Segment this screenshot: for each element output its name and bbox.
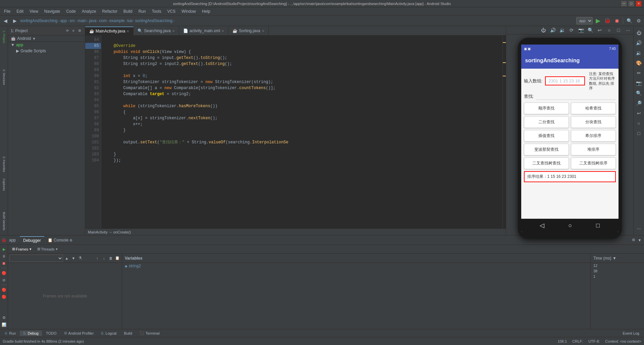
debug-tab-console[interactable]: 📋 Console ⚙ [44,236,76,244]
breadcrumb-app[interactable]: app [60,18,67,23]
breadcrumb-src[interactable]: src [69,18,75,23]
edge-volume-high-icon[interactable]: 🔊 [635,39,643,47]
app-combo[interactable]: app [576,17,593,24]
searching-close[interactable]: ✕ [172,29,175,33]
menu-window[interactable]: Window [179,8,199,14]
tab-searching[interactable]: 🔍 Searching.java ✕ [133,26,179,35]
bottom-tab-run[interactable]: 4: Run [1,331,19,336]
menu-analyze[interactable]: Analyze [79,8,99,14]
menu-run[interactable]: Run [136,8,149,14]
maximize-button[interactable]: □ [629,1,634,6]
gear-debug-icon[interactable]: ⚙ [1,315,7,321]
stop-button[interactable]: ⏹ [613,17,621,25]
menu-help[interactable]: Help [199,8,213,14]
emulator-more-icon[interactable]: ··· [624,26,632,34]
breadcrumb-example[interactable]: example [109,18,124,23]
emulator-screenshot-icon[interactable]: 📷 [577,26,585,34]
phone-back-button[interactable]: ◁ [540,222,544,229]
phone-btn-fibonacci[interactable]: 斐波那契查找 [524,144,569,155]
frames-restore-button[interactable]: ↑ [94,255,100,261]
frames-up-button[interactable]: ▲ [64,255,70,261]
edge-zoom-out-icon[interactable]: 🔎 [635,99,643,107]
run-button[interactable]: ▶ [594,17,602,25]
frames-restore2-button[interactable]: ↓ [101,255,107,261]
phone-btn-interpolation[interactable]: 插值查找 [524,130,569,142]
breadcrumb-java[interactable]: java [89,18,96,23]
edge-circle-icon[interactable]: ○ [635,119,643,127]
edge-volume-low-icon[interactable]: 🔉 [635,49,643,57]
phone-btn-sequential[interactable]: 顺序查找 [524,102,569,114]
edge-paint-icon[interactable]: 🎨 [635,59,643,67]
breadcrumb-kai[interactable]: kai [127,18,132,23]
bottom-tab-debug[interactable]: 5: Debug [20,331,42,336]
structure-icon[interactable]: 2: Structure [1,68,7,86]
breadcrumb-package[interactable]: sortingAndSearching [135,18,172,23]
emulator-home-icon[interactable]: ○ [605,26,613,34]
tab-mainactivity[interactable]: ☕ MainActivity.java ✕ [85,26,133,35]
phone-btn-binary[interactable]: 二分查找 [524,116,569,128]
phone-btn-shell[interactable]: 希尔排序 [571,130,616,142]
edge-zoom-icon[interactable]: 🔍 [635,89,643,97]
emulator-volume-down-icon[interactable]: 🔉 [558,26,566,34]
menu-view[interactable]: View [27,8,41,14]
frames-filter-button[interactable]: ⚗ [77,255,83,261]
phone-search-field[interactable] [536,93,615,100]
edge-more-icon[interactable]: ··· [635,224,643,232]
emulator-zoom-icon[interactable]: 🔍 [586,26,594,34]
captures-icon[interactable]: Captures [1,175,7,194]
emulator-power-icon[interactable]: ⏻ [539,26,547,34]
menu-build[interactable]: Build [121,8,135,14]
tree-item-gradle[interactable]: ▶ Gradle Scripts [8,48,85,54]
menu-vcs[interactable]: VCS [165,8,178,14]
debug-frames-tab[interactable]: ⊞ Frames ▼ [9,246,35,252]
bottom-tab-terminal[interactable]: ⬛ Terminal [136,330,163,336]
phone-input-field[interactable]: 2301 1 15 23 16 [545,76,585,85]
emulator-square-icon[interactable]: □ [614,26,623,34]
gear-button[interactable]: ⚙ [77,28,82,33]
menu-code[interactable]: Code [63,8,78,14]
breadcrumb-com[interactable]: com [99,18,107,23]
pause-button[interactable]: ⏸ [1,253,7,259]
bottom-tab-todo[interactable]: TODO [43,331,60,336]
breakpoint-red-1[interactable]: 🔴 [1,287,7,293]
tree-item-app[interactable]: ▼ app [8,42,85,48]
search-everywhere-button[interactable]: 🔍 [625,17,633,25]
emulator-volume-up-icon[interactable]: 🔊 [549,26,557,34]
thread-dump-icon[interactable]: 📊 [1,322,7,328]
menu-edit[interactable]: Edit [14,8,26,14]
xml-close[interactable]: ✕ [221,29,224,33]
emulator-back-icon[interactable]: ↩ [596,26,604,34]
bottom-tab-event-log[interactable]: Event Log [619,331,643,336]
edge-camera-icon[interactable]: 📷 [635,79,643,87]
android-dropdown[interactable]: 🤖 Android ▼ [8,36,85,42]
back-button[interactable]: ◀ [1,17,9,25]
collapse-button[interactable]: ≡ [71,28,76,33]
edge-power-icon[interactable]: ⏻ [635,29,643,37]
phone-btn-bst-search[interactable]: 二叉查找树查找 [524,157,569,169]
menu-file[interactable]: File [1,8,13,14]
menu-navigate[interactable]: Navigate [42,8,63,14]
frames-down-button[interactable]: ▼ [70,255,76,261]
sync-button[interactable]: ⟳ [65,28,70,33]
phone-btn-hash[interactable]: 哈希查找 [571,102,616,114]
project-icon[interactable]: 1: Project [1,27,7,46]
phone-recents-button[interactable]: □ [596,222,600,229]
frames-trash-button[interactable]: 🗑 [108,255,114,261]
sorting-close[interactable]: ✕ [262,29,264,33]
mainactivity-close[interactable]: ✕ [126,29,129,33]
breadcrumb-project[interactable]: sortingAndSearching [20,18,57,23]
variable-string2[interactable]: ◆ string2 [122,263,590,269]
bottom-tab-profiler[interactable]: ⊙ Android Profiler [61,330,97,336]
debug-threads-tab[interactable]: ⊞ Threads ▼ [35,246,61,252]
bottom-tab-logcat[interactable]: 6: Logcat [98,331,120,336]
breakpoint-button[interactable]: 🔴 [1,270,7,276]
minimize-button[interactable]: ─ [621,1,627,6]
frames-copy-button[interactable]: 📋 [114,255,120,261]
phone-btn-block[interactable]: 分块查找 [571,116,616,128]
bottom-tab-build[interactable]: Build [121,331,136,336]
stop-debug-button[interactable]: ⏹ [1,260,7,266]
phone-home-button[interactable]: ○ [569,222,572,229]
menu-refactor[interactable]: Refactor [100,8,120,14]
menu-tools[interactable]: Tools [149,8,164,14]
breadcrumb-main[interactable]: main [77,18,86,23]
